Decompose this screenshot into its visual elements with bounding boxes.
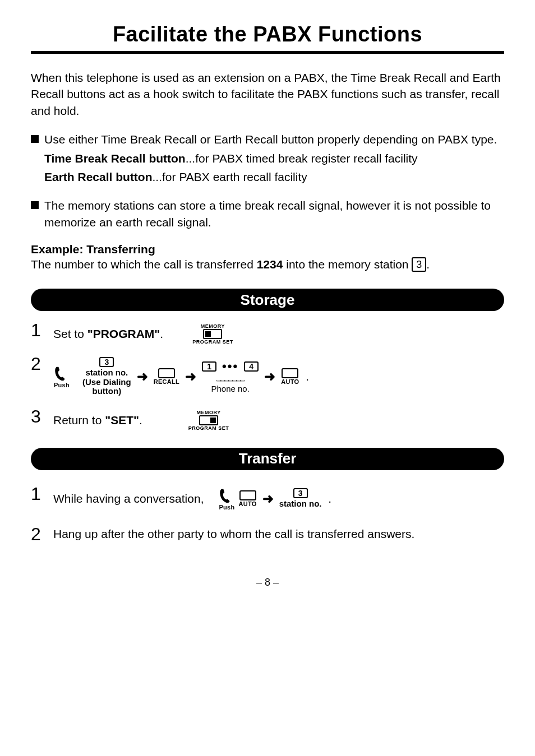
bullet-1-lead: Use either Time Break Recall or Earth Re… [44, 131, 504, 147]
storage-1-c: . [160, 327, 163, 340]
push-label: Push [219, 504, 234, 511]
auto-label: AUTO [281, 378, 299, 385]
step-number: 3 [31, 407, 53, 425]
auto-label: AUTO [238, 500, 256, 507]
example-line-a: The number to which the call is transfer… [31, 258, 257, 271]
intro-paragraph: When this telephone is used as an extens… [31, 69, 504, 119]
use-dialing-note: (Use Dialingbutton) [82, 378, 131, 396]
step-number: 2 [31, 355, 53, 373]
arrow-right-icon: ➜ [135, 369, 150, 384]
station-no-label: station no. [279, 499, 322, 509]
handset-push-icon: Push [53, 365, 70, 388]
memory-label: MEMORY [201, 323, 225, 329]
storage-step-1: 1 Set to "PROGRAM". MEMORY PROGRAM SET [31, 321, 504, 345]
digit-1-key-icon: 1 [202, 361, 216, 372]
handset-push-icon: Push [218, 487, 235, 511]
page-title: Facilitate the PABX Functions [31, 22, 504, 47]
example-line-c: . [426, 258, 430, 271]
auto-key-icon [282, 368, 298, 378]
program-set-label: PROGRAM SET [188, 425, 229, 431]
memory-set-switch-icon: MEMORY PROGRAM SET [188, 410, 229, 431]
transfer-section-bar: Transfer [31, 448, 504, 470]
example-line-b: into the memory station [283, 258, 412, 271]
arrow-right-icon: ➜ [262, 369, 278, 384]
storage-3-a: Return to [53, 414, 105, 426]
page-number: – 8 – [31, 577, 504, 588]
program-set-label: PROGRAM SET [192, 339, 233, 345]
bullet-item-2: The memory stations can store a time bre… [31, 197, 504, 230]
recall-label: RECALL [154, 378, 179, 385]
storage-1-a: Set to [53, 327, 87, 340]
storage-step-3: 3 Return to "SET". MEMORY PROGRAM SET [31, 407, 504, 431]
bullet-2-text: The memory stations can store a time bre… [44, 197, 504, 230]
bullet-item-1: Use either Time Break Recall or Earth Re… [31, 131, 504, 185]
ellipsis-icon: ••• [220, 359, 241, 374]
storage-3-set: "SET" [105, 414, 139, 426]
square-bullet-icon [31, 135, 39, 143]
arrow-right-icon: ➜ [260, 491, 276, 507]
station-no-label: station no. [85, 368, 128, 378]
storage-step-2: 2 Push 3 station no. (Use Dialingbutton)… [31, 355, 504, 396]
earth-recall-desc: ...for PABX earth recall facility [153, 170, 307, 183]
step-number: 1 [31, 485, 53, 503]
underbrace-icon: ⎵⎵⎵⎵⎵⎵⎵ [216, 374, 244, 383]
phone-no-label: Phone no. [211, 384, 249, 393]
push-label: Push [54, 382, 70, 388]
example-number: 1234 [257, 258, 283, 271]
station-key-icon: 3 [412, 257, 426, 272]
transfer-step-2: 2 Hang up after the other party to whom … [31, 525, 504, 543]
example-heading: Example: Transferring [31, 243, 504, 256]
time-break-desc: ...for PABX timed break register recall … [186, 152, 418, 165]
station-3-key-icon: 3 [293, 488, 308, 498]
storage-3-c: . [139, 414, 142, 426]
time-break-label: Time Break Recall button [44, 152, 186, 165]
transfer-1-text: While having a conversation, [53, 492, 204, 505]
square-bullet-icon [31, 201, 39, 209]
recall-key-icon [158, 368, 175, 378]
step-number: 2 [31, 525, 53, 543]
arrow-right-icon: ➜ [183, 369, 199, 384]
transfer-step-1: 1 While having a conversation, Push AUTO… [31, 485, 504, 511]
auto-key-icon [239, 490, 256, 500]
storage-1-program: "PROGRAM" [87, 327, 160, 340]
memory-label: MEMORY [197, 410, 221, 415]
earth-recall-label: Earth Recall button [44, 170, 153, 183]
station-3-key-icon: 3 [99, 357, 114, 367]
storage-section-bar: Storage [31, 289, 504, 311]
example-block: Example: Transferring The number to whic… [31, 243, 504, 272]
transfer-2-text: Hang up after the other party to whom th… [53, 525, 504, 541]
memory-program-switch-icon: MEMORY PROGRAM SET [192, 323, 233, 345]
digit-4-key-icon: 4 [244, 361, 259, 372]
title-rule [31, 51, 504, 54]
step-number: 1 [31, 321, 53, 339]
